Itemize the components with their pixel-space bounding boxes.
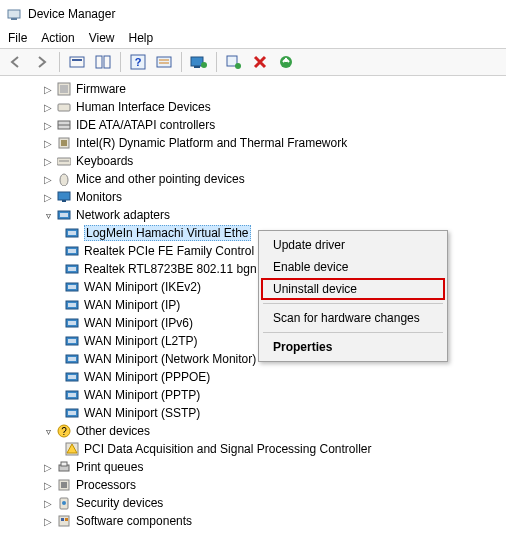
chevron-right-icon[interactable]: ▷	[42, 173, 54, 185]
chevron-down-icon[interactable]: ▿	[42, 209, 54, 221]
app-icon	[6, 6, 22, 22]
cm-uninstall-device[interactable]: Uninstall device	[261, 278, 445, 300]
chevron-down-icon[interactable]: ▿	[42, 425, 54, 437]
tree-node-print-queues[interactable]: ▷ Print queues	[0, 458, 506, 476]
tree-node-pci-data[interactable]: PCI Data Acquisition and Signal Processi…	[0, 440, 506, 458]
monitor-icon	[56, 189, 72, 205]
menu-help[interactable]: Help	[129, 31, 154, 45]
svg-rect-27	[58, 192, 70, 200]
svg-rect-50	[68, 393, 76, 397]
chevron-right-icon[interactable]: ▷	[42, 155, 54, 167]
svg-rect-38	[68, 285, 76, 289]
properties-sheet-button[interactable]	[91, 51, 115, 73]
toolbar-separator	[181, 52, 182, 72]
network-adapter-icon	[64, 351, 80, 367]
keyboard-icon	[56, 153, 72, 169]
network-adapter-icon	[64, 279, 80, 295]
ide-icon	[56, 117, 72, 133]
svg-rect-34	[68, 249, 76, 253]
remove-button[interactable]	[248, 51, 272, 73]
tree-node-other-devices[interactable]: ▿ ? Other devices	[0, 422, 506, 440]
mouse-icon	[56, 171, 72, 187]
chevron-right-icon[interactable]: ▷	[42, 461, 54, 473]
menu-separator	[263, 303, 443, 304]
tree-node-mice[interactable]: ▷ Mice and other pointing devices	[0, 170, 506, 188]
chevron-right-icon[interactable]: ▷	[42, 191, 54, 203]
tree-node-wan-pptp[interactable]: WAN Miniport (PPTP)	[0, 386, 506, 404]
menu-view[interactable]: View	[89, 31, 115, 45]
hid-icon	[56, 99, 72, 115]
chip-icon	[56, 135, 72, 151]
toolbar-separator	[59, 52, 60, 72]
title-bar: Device Manager	[0, 0, 506, 28]
menu-file[interactable]: File	[8, 31, 27, 45]
scan-hardware-button[interactable]	[222, 51, 246, 73]
tree-node-software-components[interactable]: ▷ Software components	[0, 512, 506, 530]
toolbar: ?	[0, 48, 506, 76]
svg-rect-18	[60, 85, 68, 93]
network-adapter-icon	[56, 207, 72, 223]
tree-node-network-adapters[interactable]: ▿ Network adapters	[0, 206, 506, 224]
tree-node-ide[interactable]: ▷ IDE ATA/ATAPI controllers	[0, 116, 506, 134]
cm-enable-device[interactable]: Enable device	[261, 256, 445, 278]
menu-action[interactable]: Action	[41, 31, 74, 45]
svg-rect-23	[61, 140, 67, 146]
tree-node-firmware[interactable]: ▷ Firmware	[0, 80, 506, 98]
svg-point-13	[201, 62, 207, 68]
svg-rect-58	[61, 462, 67, 466]
cpu-icon	[56, 477, 72, 493]
update-driver-button[interactable]	[187, 51, 211, 73]
chevron-right-icon[interactable]: ▷	[42, 137, 54, 149]
help-button[interactable]: ?	[126, 51, 150, 73]
other-devices-icon: ?	[56, 423, 72, 439]
chevron-right-icon[interactable]: ▷	[42, 119, 54, 131]
svg-text:?: ?	[61, 426, 67, 437]
printer-icon	[56, 459, 72, 475]
svg-rect-48	[68, 375, 76, 379]
software-icon	[56, 513, 72, 529]
tree-node-wan-pppoe[interactable]: WAN Miniport (PPPOE)	[0, 368, 506, 386]
svg-rect-19	[58, 104, 70, 111]
cm-update-driver[interactable]: Update driver	[261, 234, 445, 256]
svg-rect-44	[68, 339, 76, 343]
back-button[interactable]	[4, 51, 28, 73]
enable-button[interactable]	[274, 51, 298, 73]
tree-node-intel-platform[interactable]: ▷ Intel(R) Dynamic Platform and Thermal …	[0, 134, 506, 152]
menu-bar: File Action View Help	[0, 28, 506, 48]
svg-rect-3	[72, 59, 82, 61]
network-adapter-icon	[64, 297, 80, 313]
show-hidden-button[interactable]	[65, 51, 89, 73]
tree-node-monitors[interactable]: ▷ Monitors	[0, 188, 506, 206]
tree-node-wan-sstp[interactable]: WAN Miniport (SSTP)	[0, 404, 506, 422]
chevron-right-icon[interactable]: ▷	[42, 515, 54, 527]
forward-button[interactable]	[30, 51, 54, 73]
svg-text:?: ?	[135, 56, 142, 68]
chevron-right-icon[interactable]: ▷	[42, 83, 54, 95]
network-adapter-icon	[64, 333, 80, 349]
chevron-right-icon[interactable]: ▷	[42, 497, 54, 509]
svg-rect-32	[68, 231, 76, 235]
tree-node-security-devices[interactable]: ▷ Security devices	[0, 494, 506, 512]
svg-rect-0	[8, 10, 20, 18]
network-adapter-icon	[64, 225, 80, 241]
svg-rect-46	[68, 357, 76, 361]
chevron-right-icon[interactable]: ▷	[42, 101, 54, 113]
svg-rect-1	[11, 18, 17, 20]
toolbar-separator	[120, 52, 121, 72]
tree-node-keyboards[interactable]: ▷ Keyboards	[0, 152, 506, 170]
svg-rect-30	[60, 213, 68, 217]
svg-rect-12	[194, 66, 200, 68]
svg-rect-64	[61, 518, 64, 521]
network-adapter-icon	[64, 261, 80, 277]
svg-rect-36	[68, 267, 76, 271]
network-adapter-icon	[64, 369, 80, 385]
toolbar-separator	[216, 52, 217, 72]
tree-node-hid[interactable]: ▷ Human Interface Devices	[0, 98, 506, 116]
svg-rect-2	[70, 57, 84, 67]
cm-properties[interactable]: Properties	[261, 336, 445, 358]
action-bar-button[interactable]	[152, 51, 176, 73]
chevron-right-icon[interactable]: ▷	[42, 479, 54, 491]
cm-scan-hardware[interactable]: Scan for hardware changes	[261, 307, 445, 329]
svg-rect-65	[65, 518, 68, 521]
tree-node-processors[interactable]: ▷ Processors	[0, 476, 506, 494]
